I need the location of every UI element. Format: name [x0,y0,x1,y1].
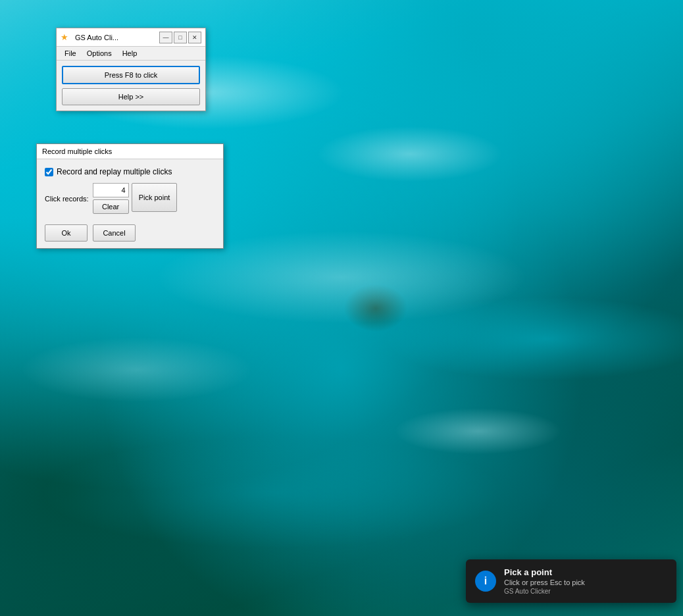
app-icon: ★ [61,32,71,43]
menu-bar: File Options Help [57,47,205,61]
replay-checkbox-label: Record and replay multiple clicks [57,167,172,176]
menu-help[interactable]: Help [117,48,143,59]
dialog-body: Record and replay multiple clicks Click … [37,159,223,220]
ok-button[interactable]: Ok [45,224,88,242]
controls-group: Clear Pick point [93,183,178,214]
replay-checkbox[interactable] [45,168,53,176]
menu-options[interactable]: Options [82,48,117,59]
minimize-button[interactable]: — [159,32,172,43]
toast-title: Pick a point [504,567,585,577]
title-bar-controls: — □ ✕ [159,32,201,43]
main-window: ★ GS Auto Cli... — □ ✕ File Options Help… [56,28,206,111]
click-records-label: Click records: [45,195,89,203]
toast-icon: i [475,571,496,592]
checkbox-row: Record and replay multiple clicks [45,167,215,176]
dialog-title: Record multiple clicks [37,144,223,159]
close-button[interactable]: ✕ [188,32,201,43]
toast-message: Click or press Esc to pick [504,578,585,586]
menu-file[interactable]: File [59,48,82,59]
window-title: GS Auto Cli... [75,34,159,41]
press-f8-button[interactable]: Press F8 to click [62,66,200,84]
maximize-button[interactable]: □ [174,32,187,43]
toast-content: Pick a point Click or press Esc to pick … [504,567,585,595]
click-records-row: Click records: Clear Pick point [45,183,215,214]
toast-notification: i Pick a point Click or press Esc to pic… [466,559,676,603]
record-dialog: Record multiple clicks Record and replay… [36,143,224,249]
dialog-buttons: Ok Cancel [37,220,223,248]
help-button[interactable]: Help >> [62,88,200,105]
toast-app-name: GS Auto Clicker [504,588,585,595]
cancel-button[interactable]: Cancel [93,224,136,242]
clear-button[interactable]: Clear [93,199,129,214]
window-body: Press F8 to click Help >> [57,61,205,111]
click-records-input[interactable] [93,183,129,197]
input-clear-col: Clear [93,183,129,214]
pick-point-button[interactable]: Pick point [132,183,178,212]
title-bar: ★ GS Auto Cli... — □ ✕ [57,28,205,47]
